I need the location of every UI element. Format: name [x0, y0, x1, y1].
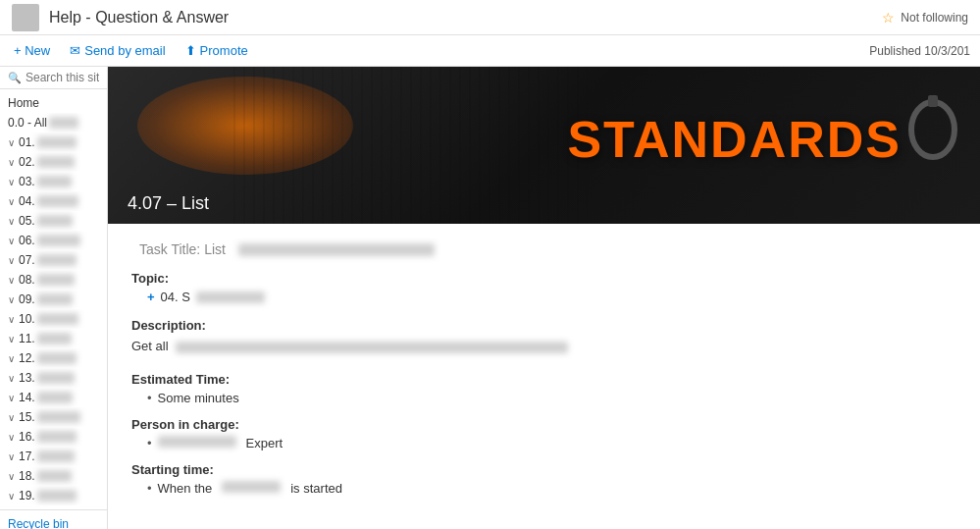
sidebar-item-home[interactable]: Home — [0, 93, 107, 113]
sidebar-item-15[interactable]: ∨ 15. — [0, 407, 107, 427]
starting-time-label: Starting time: — [131, 462, 956, 477]
sidebar-item-10[interactable]: ∨ 10. — [0, 309, 107, 329]
item-prefix: 09. — [19, 292, 35, 306]
chevron-icon: ∨ — [8, 432, 15, 443]
sidebar-item-17[interactable]: ∨ 17. — [0, 447, 107, 466]
sidebar-item-02[interactable]: ∨ 02. — [0, 152, 107, 172]
item-prefix: 11. — [19, 332, 35, 345]
sidebar-item-05[interactable]: ∨ 05. — [0, 211, 107, 231]
chevron-icon: ∨ — [8, 451, 15, 462]
chevron-icon: ∨ — [8, 177, 15, 187]
chevron-icon: ∨ — [8, 353, 15, 364]
item-prefix: 10. — [19, 312, 35, 326]
item-label-blur — [37, 450, 75, 462]
top-bar-right: ☆ Not following — [882, 10, 968, 26]
item-label-blur — [37, 156, 75, 168]
promote-button[interactable]: ⬆ Promote — [181, 41, 252, 60]
item-label-blur — [37, 274, 75, 286]
item-label-blur — [37, 136, 77, 148]
item-prefix: 0.0 - All — [8, 116, 47, 130]
hero-ring-decoration — [906, 95, 960, 164]
chevron-icon: ∨ — [8, 255, 15, 266]
item-label-blur — [37, 215, 73, 227]
topic-label: Topic: — [131, 271, 956, 286]
chevron-icon: ∨ — [8, 393, 15, 403]
item-label-blur — [37, 293, 73, 305]
item-label-blur — [37, 195, 78, 207]
description-blur — [176, 342, 568, 353]
estimated-time-value: • Some minutes — [147, 391, 956, 405]
sidebar-item-18[interactable]: ∨ 18. — [0, 466, 107, 486]
sidebar-item-16[interactable]: ∨ 16. — [0, 427, 107, 447]
published-date: Published 10/3/201 — [869, 44, 970, 58]
following-label[interactable]: Not following — [901, 11, 968, 25]
sidebar-item-14[interactable]: ∨ 14. — [0, 388, 107, 407]
article-body: Task Title: List Topic: + 04. S Descript… — [108, 224, 980, 511]
description-start: Get all — [131, 339, 169, 353]
search-input[interactable] — [26, 71, 99, 84]
app-title: Help - Question & Answer — [49, 9, 229, 26]
item-label-blur — [37, 176, 72, 187]
sidebar-item-01[interactable]: ∨ 01. — [0, 132, 107, 152]
app-logo — [12, 4, 39, 31]
chevron-icon: ∨ — [8, 314, 15, 325]
bullet-icon: • — [147, 436, 152, 450]
star-icon: ☆ — [882, 10, 895, 26]
hero-standards-text: STANDARDS — [567, 110, 902, 169]
topic-item-text: 04. S — [161, 290, 190, 304]
action-bar-left: + New ✉ Send by email ⬆ Promote — [10, 41, 252, 60]
task-title-text: Task Title: List — [139, 241, 226, 257]
search-box[interactable]: 🔍 — [0, 67, 107, 89]
estimated-time-text: Some minutes — [158, 391, 239, 405]
item-prefix: 15. — [19, 410, 35, 424]
bullet-icon: • — [147, 481, 152, 496]
topic-plus-icon: + — [147, 290, 155, 304]
home-label: Home — [8, 96, 39, 110]
item-prefix: 02. — [19, 155, 35, 169]
topic-item: + 04. S — [147, 290, 956, 304]
sidebar-item-03[interactable]: ∨ 03. — [0, 172, 107, 191]
chevron-icon: ∨ — [8, 471, 15, 482]
sidebar-item-08[interactable]: ∨ 08. — [0, 270, 107, 290]
item-prefix: 08. — [19, 273, 35, 287]
search-icon: 🔍 — [8, 72, 22, 84]
starting-time-value: • When the is started — [147, 481, 956, 496]
item-prefix: 05. — [19, 214, 35, 228]
sidebar-item-12[interactable]: ∨ 12. — [0, 348, 107, 368]
description-label: Description: — [131, 318, 956, 333]
sidebar-item-13[interactable]: ∨ 13. — [0, 368, 107, 388]
bullet-icon: • — [147, 391, 152, 405]
item-label-blur — [37, 411, 80, 423]
item-label-blur — [37, 333, 72, 344]
new-button[interactable]: + New — [10, 41, 54, 60]
chevron-icon: ∨ — [8, 157, 15, 168]
chevron-icon: ∨ — [8, 334, 15, 344]
main-layout: 🔍 Home 0.0 - All ∨ 01. ∨ 02. ∨ 03. ∨ 04. — [0, 67, 980, 529]
item-label-blur — [37, 470, 72, 482]
topic-item-blur — [196, 291, 265, 303]
sidebar-footer: Recycle bin Edit — [0, 509, 107, 529]
hero-texture — [226, 67, 588, 224]
sidebar-item-19[interactable]: ∨ 19. — [0, 486, 107, 505]
chevron-icon: ∨ — [8, 137, 15, 148]
svg-point-0 — [911, 102, 954, 157]
sidebar-item-11[interactable]: ∨ 11. — [0, 329, 107, 348]
chevron-icon: ∨ — [8, 275, 15, 286]
sidebar-item-06[interactable]: ∨ 06. — [0, 231, 107, 250]
item-prefix: 04. — [19, 194, 35, 208]
sidebar-item-07[interactable]: ∨ 07. — [0, 250, 107, 270]
starting-time-blur — [222, 481, 281, 493]
sidebar-item-04[interactable]: ∨ 04. — [0, 191, 107, 211]
chevron-icon: ∨ — [8, 373, 15, 384]
sidebar-item-all[interactable]: 0.0 - All — [0, 113, 107, 132]
action-bar: + New ✉ Send by email ⬆ Promote Publishe… — [0, 35, 980, 67]
person-name-blur — [158, 436, 236, 448]
send-email-button[interactable]: ✉ Send by email — [66, 41, 169, 60]
item-prefix: 07. — [19, 253, 35, 267]
sidebar-item-09[interactable]: ∨ 09. — [0, 290, 107, 309]
recycle-bin-link[interactable]: Recycle bin — [8, 516, 99, 529]
hero-image: STANDARDS 4.07 – List — [108, 67, 980, 224]
item-label-blur — [37, 490, 77, 502]
person-in-charge-label: Person in charge: — [131, 417, 956, 432]
person-in-charge-value: • Expert — [147, 436, 956, 450]
